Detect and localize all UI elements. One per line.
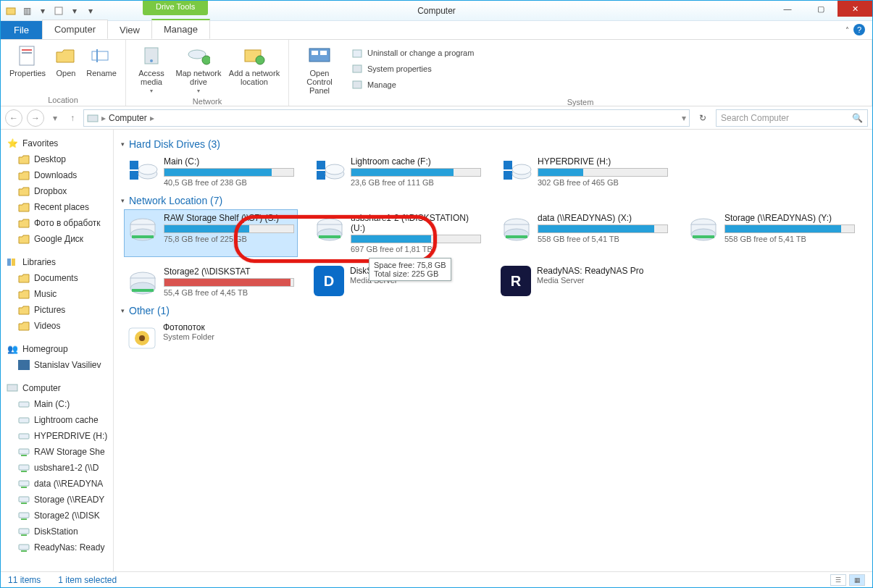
sidebar-item[interactable]: Dropbox (5, 183, 112, 199)
other-sublabel: System Folder (163, 332, 214, 341)
ribbon-group-label: Location (7, 94, 120, 104)
sidebar-item[interactable]: Music (5, 286, 112, 302)
svg-rect-30 (21, 471, 27, 472)
svg-rect-19 (88, 115, 98, 122)
tab-view[interactable]: View (108, 21, 151, 39)
sidebar-item[interactable]: Storage2 (\\DISK (5, 508, 112, 524)
qat-new-icon[interactable]: ▾ (69, 5, 80, 17)
properties-button[interactable]: Properties (7, 43, 49, 94)
sidebar-item[interactable]: data (\\READYNA (5, 476, 112, 492)
ribbon-collapse-icon[interactable]: ˄ (845, 26, 849, 34)
tab-manage[interactable]: Manage (151, 19, 210, 39)
address-dropdown-icon[interactable]: ▾ (682, 113, 686, 123)
drive-item[interactable]: data (\\READYNAS) (X:)558 GB free of 5,4… (498, 209, 672, 257)
sidebar-head-homegroup[interactable]: 👥Homegroup (5, 341, 112, 357)
maximize-button[interactable]: ▢ (804, 1, 838, 17)
capacity-bar (538, 224, 668, 233)
section-other[interactable]: ▾Other (1) (117, 301, 865, 319)
sidebar-head-computer[interactable]: Computer (5, 380, 112, 396)
drive-item[interactable]: usbshare1-2 (\\DISKSTATION) (U:)697 GB f… (311, 209, 485, 257)
back-button[interactable]: ← (5, 109, 22, 127)
svg-rect-26 (19, 434, 29, 439)
explorer-window: ▥ ▾ ▾ ▾ Drive Tools Computer — ▢ ✕ File … (0, 0, 873, 588)
close-button[interactable]: ✕ (838, 1, 872, 17)
drive-item[interactable]: RAW Storage Shelf (\\S7) (S:)75,8 GB fre… (124, 209, 298, 257)
item-icon (18, 398, 30, 410)
drive-label: Storage (\\READYNAS) (Y:) (724, 213, 855, 223)
drive-icon (501, 156, 532, 187)
collapse-icon[interactable]: ▾ (121, 307, 125, 314)
sidebar-item[interactable]: Recent places (5, 199, 112, 215)
drive-item[interactable]: Lightroom cache (F:)23,6 GB free of 111 … (311, 153, 485, 190)
open-button[interactable]: Open (50, 43, 82, 94)
svg-rect-18 (353, 81, 362, 88)
collapse-icon[interactable]: ▾ (121, 197, 125, 204)
qat-more-icon[interactable]: ▾ (85, 5, 96, 17)
drive-item[interactable]: Main (C:)40,5 GB free of 238 GB (124, 153, 298, 190)
svg-rect-46 (317, 171, 325, 180)
sidebar-item[interactable]: Stanislav Vasiliev (5, 357, 112, 373)
history-dropdown-icon[interactable]: ▾ (49, 113, 62, 123)
drive-item[interactable]: Storage2 (\\DISKSTAT55,4 GB free of 4,45… (124, 263, 298, 301)
sidebar-item[interactable]: RAW Storage She (5, 444, 112, 460)
drive-status: 23,6 GB free of 111 GB (351, 178, 481, 187)
sidebar-item[interactable]: Google Диск (5, 231, 112, 247)
add-network-location-button[interactable]: Add a network location (226, 43, 283, 96)
sidebar-head-favorites[interactable]: ⭐Favorites (5, 135, 112, 151)
qat-properties-icon[interactable] (53, 5, 64, 17)
qat-undo-icon[interactable]: ▾ (37, 5, 49, 17)
sidebar-favorites: ⭐Favorites DesktopDownloadsDropboxRecent… (5, 135, 112, 247)
drive-item[interactable]: HYPERDRIVE (H:)302 GB free of 465 GB (498, 153, 672, 190)
address-bar[interactable]: ▸ Computer ▸ ▾ (83, 109, 690, 127)
sidebar-item[interactable]: Downloads (5, 167, 112, 183)
section-hard-disk-drives[interactable]: ▾Hard Disk Drives (3) (117, 134, 865, 153)
uninstall-program-button[interactable]: Uninstall or change a program (348, 46, 477, 60)
content-pane[interactable]: ▾Hard Disk Drives (3) Main (C:)40,5 GB f… (114, 130, 872, 571)
tab-file[interactable]: File (1, 21, 42, 39)
drive-status: 302 GB free of 465 GB (538, 178, 668, 187)
section-network-location[interactable]: ▾Network Location (7) (117, 190, 865, 209)
sidebar-head-libraries[interactable]: Libraries (5, 254, 112, 270)
view-tiles-button[interactable]: ▦ (849, 574, 865, 586)
sidebar-item[interactable]: usbshare1-2 (\\D (5, 460, 112, 476)
sidebar-item[interactable]: Videos (5, 318, 112, 334)
sidebar-item[interactable]: Documents (5, 270, 112, 286)
minimize-button[interactable]: — (771, 1, 804, 17)
forward-button[interactable]: → (27, 109, 44, 127)
collapse-icon[interactable]: ▾ (121, 140, 125, 148)
svg-text:R: R (511, 273, 522, 289)
up-button[interactable]: ↑ (66, 113, 79, 123)
open-control-panel-button[interactable]: Open Control Panel (295, 43, 344, 96)
sidebar-item[interactable]: Pictures (5, 302, 112, 318)
media-server-item[interactable]: RReadyNAS: ReadyNAS ProMedia Server (498, 263, 672, 301)
svg-rect-20 (7, 259, 11, 266)
sidebar-item[interactable]: Lightroom cache (5, 412, 112, 428)
sidebar-item[interactable]: Storage (\\READY (5, 492, 112, 508)
breadcrumb-computer[interactable]: Computer (109, 113, 147, 123)
sidebar-item[interactable]: HYPERDRIVE (H:) (5, 428, 112, 444)
contextual-tab-badge: Drive Tools (143, 1, 208, 15)
search-input[interactable]: Search Computer 🔍 (716, 109, 868, 127)
tab-computer[interactable]: Computer (42, 20, 108, 39)
refresh-button[interactable]: ↻ (694, 109, 711, 127)
svg-rect-45 (317, 161, 325, 169)
map-network-drive-button[interactable]: Map network drive▾ (172, 43, 225, 96)
manage-button[interactable]: Manage (348, 77, 477, 92)
system-icon[interactable] (5, 5, 17, 17)
sidebar-item[interactable]: Main (C:) (5, 396, 112, 412)
system-properties-button[interactable]: System properties (348, 62, 477, 76)
access-media-button[interactable]: Access media▾ (132, 43, 171, 96)
other-item[interactable]: ФотопотокSystem Folder (124, 319, 298, 356)
sidebar-item[interactable]: Desktop (5, 151, 112, 167)
rename-button[interactable]: Rename (83, 43, 120, 94)
qat-save-icon[interactable]: ▥ (21, 5, 33, 17)
sidebar-item[interactable]: DiskStation (5, 524, 112, 539)
help-icon[interactable]: ? (853, 24, 865, 35)
sidebar-item[interactable]: ReadyNas: Ready (5, 539, 112, 555)
view-details-button[interactable]: ☰ (830, 574, 846, 586)
navigation-pane[interactable]: ⭐Favorites DesktopDownloadsDropboxRecent… (1, 130, 114, 571)
drive-item[interactable]: Storage (\\READYNAS) (Y:)558 GB free of … (685, 209, 859, 257)
svg-rect-22 (18, 360, 30, 370)
sidebar-item[interactable]: Фото в обработк (5, 215, 112, 231)
svg-rect-72 (132, 289, 154, 292)
